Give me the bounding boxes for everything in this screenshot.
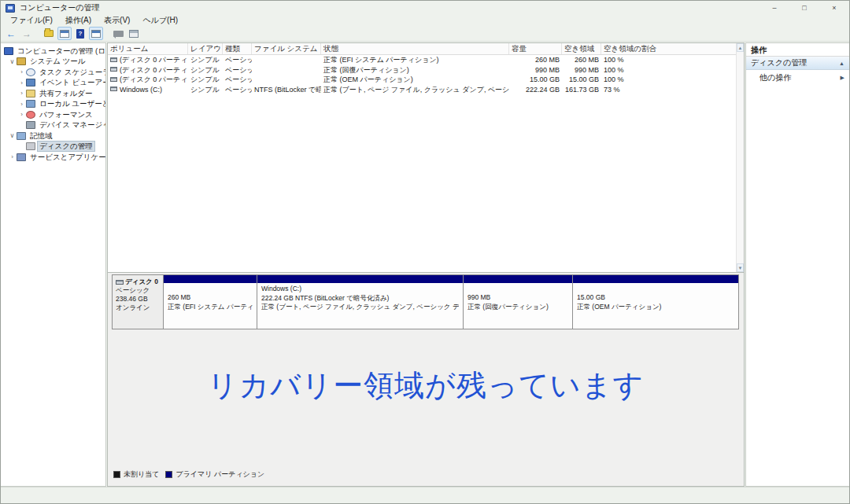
unallocated-swatch <box>113 471 120 478</box>
volume-icon <box>110 86 117 91</box>
partition-legend: 未割り当て プライマリ パーティション <box>113 469 271 480</box>
back-arrow-icon: ← <box>6 29 16 39</box>
scroll-down-icon[interactable]: ▼ <box>737 263 744 272</box>
disk0-strip: ディスク 0 ベーシック 238.46 GB オンライン 260 MB 正常 (… <box>112 274 739 329</box>
col-filesystem[interactable]: ファイル システム <box>252 43 321 54</box>
device-manager-icon <box>26 121 35 129</box>
performance-icon <box>26 111 35 119</box>
toolbar: ← → ? <box>1 26 849 42</box>
volume-icon <box>110 57 117 62</box>
tree-item-event-viewer[interactable]: › イベント ビューアー <box>1 78 105 89</box>
app-icon <box>6 4 15 13</box>
console-tree-icon <box>60 30 69 38</box>
legend-unallocated-label: 未割り当て <box>124 469 159 480</box>
col-type[interactable]: 種類 <box>223 43 252 54</box>
new-window-button[interactable] <box>127 27 141 40</box>
computer-management-window: コンピューターの管理 – □ × ファイル(F) 操作(A) 表示(V) ヘルプ… <box>0 0 850 504</box>
col-layout[interactable]: レイアウト <box>188 43 223 54</box>
tree-item-system-tools[interactable]: ∨ システム ツール <box>1 57 105 68</box>
volume-row-partition1[interactable]: (ディスク 0 パーティション 1) シンプル ベーシック 正常 (EFI シス… <box>108 55 744 65</box>
chevron-right-icon[interactable]: › <box>18 79 25 86</box>
disk-management-icon <box>26 142 35 150</box>
chevron-down-icon[interactable]: ∨ <box>9 58 16 65</box>
console-tree-pane: コンピューターの管理 (ローカル) ∨ システム ツール › タスク スケジュー… <box>1 42 106 487</box>
col-free[interactable]: 空き領域 <box>562 43 601 54</box>
action-pane-icon <box>91 30 101 38</box>
task-scheduler-icon <box>26 68 35 76</box>
partition-oem[interactable]: 15.00 GB 正常 (OEM パーティション) <box>573 274 739 329</box>
chevron-down-icon[interactable]: ∨ <box>9 132 16 139</box>
tree-item-performance[interactable]: › パフォーマンス <box>1 109 105 120</box>
menu-file[interactable]: ファイル(F) <box>4 15 59 26</box>
event-viewer-icon <box>26 79 35 86</box>
properties-button[interactable] <box>111 27 125 40</box>
menubar: ファイル(F) 操作(A) 表示(V) ヘルプ(H) <box>1 15 849 26</box>
tree-item-computer-management[interactable]: コンピューターの管理 (ローカル) <box>1 46 105 57</box>
disk-management-view: ボリューム レイアウト 種類 ファイル システム 状態 容量 空き領域 空き領域… <box>107 42 745 487</box>
chevron-right-icon[interactable]: › <box>9 153 16 160</box>
actions-pane: 操作 ディスクの管理 ▲ 他の操作 ▶ <box>745 42 849 487</box>
actions-more-actions[interactable]: 他の操作 ▶ <box>746 70 849 85</box>
new-window-icon <box>129 30 139 38</box>
actions-group-disk-management[interactable]: ディスクの管理 ▲ <box>746 57 849 70</box>
close-button[interactable]: × <box>819 1 849 15</box>
primary-partition-swatch <box>165 471 172 478</box>
partition-efi[interactable]: 260 MB 正常 (EFI システム パーティション) <box>164 274 257 329</box>
menu-help[interactable]: ヘルプ(H) <box>136 15 184 26</box>
disk-size: 238.46 GB <box>116 295 160 304</box>
col-status[interactable]: 状態 <box>321 43 509 54</box>
submenu-arrow-icon[interactable]: ▶ <box>841 75 844 81</box>
tree-item-local-users-groups[interactable]: › ローカル ユーザーとグループ <box>1 99 105 110</box>
help-button[interactable]: ? <box>73 27 87 40</box>
up-one-level-button[interactable] <box>42 27 56 40</box>
system-tools-icon <box>17 57 26 65</box>
scroll-up-icon[interactable]: ▲ <box>737 43 744 52</box>
tree-item-shared-folders[interactable]: › 共有フォルダー <box>1 88 105 99</box>
volume-list: ボリューム レイアウト 種類 ファイル システム 状態 容量 空き領域 空き領域… <box>108 43 744 273</box>
disk-status: オンライン <box>116 304 160 312</box>
menu-action[interactable]: 操作(A) <box>59 15 98 26</box>
back-button[interactable]: ← <box>4 27 18 40</box>
titlebar: コンピューターの管理 – □ × <box>1 1 849 15</box>
primary-partition-band <box>257 275 463 283</box>
disk0-label[interactable]: ディスク 0 ベーシック 238.46 GB オンライン <box>112 274 164 329</box>
tree-item-services-applications[interactable]: › サービスとアプリケーション <box>1 152 105 163</box>
disk-graphical-view: ディスク 0 ベーシック 238.46 GB オンライン 260 MB 正常 (… <box>108 273 744 486</box>
volume-list-scrollbar[interactable]: ▲ ▼ <box>736 43 744 272</box>
volume-row-partition5[interactable]: (ディスク 0 パーティション 5) シンプル ベーシック 正常 (OEM パー… <box>108 75 744 85</box>
primary-partition-band <box>573 275 738 283</box>
chevron-right-icon[interactable]: › <box>18 68 25 75</box>
show-console-tree-button[interactable] <box>57 27 72 40</box>
chevron-right-icon[interactable]: › <box>18 90 25 97</box>
forward-arrow-icon: → <box>22 29 31 39</box>
tree-item-device-manager[interactable]: デバイス マネージャー <box>1 120 105 131</box>
primary-partition-band <box>464 275 572 283</box>
forward-button[interactable]: → <box>20 27 34 40</box>
tree-item-disk-management[interactable]: ディスクの管理 <box>1 142 105 153</box>
volume-list-header: ボリューム レイアウト 種類 ファイル システム 状態 容量 空き領域 空き領域… <box>108 43 744 55</box>
collapse-icon[interactable]: ▲ <box>839 61 844 66</box>
col-volume[interactable]: ボリューム <box>108 43 188 54</box>
volume-row-windows-c[interactable]: Windows (C:) シンプル ベーシック NTFS (BitLocker … <box>108 85 744 95</box>
menu-view[interactable]: 表示(V) <box>98 15 136 26</box>
col-pct-free[interactable]: 空き領域の割合 <box>601 43 744 54</box>
partition-windows-c[interactable]: Windows (C:) 222.24 GB NTFS (BitLocker で… <box>257 274 464 329</box>
volume-row-partition4[interactable]: (ディスク 0 パーティション 4) シンプル ベーシック 正常 (回復パーティ… <box>108 65 744 75</box>
minimize-button[interactable]: – <box>759 1 789 15</box>
recovery-annotation-text: リカバリー領域が残っています <box>108 366 744 406</box>
show-action-pane-button[interactable] <box>89 27 103 40</box>
legend-primary-label: プライマリ パーティション <box>176 469 264 480</box>
col-capacity[interactable]: 容量 <box>509 43 562 54</box>
chevron-right-icon[interactable]: › <box>18 101 25 108</box>
services-icon <box>17 153 26 161</box>
tree-item-storage[interactable]: ∨ 記憶域 <box>1 131 105 142</box>
actions-pane-title: 操作 <box>746 43 849 57</box>
volume-icon <box>110 77 117 82</box>
maximize-button[interactable]: □ <box>789 1 819 15</box>
local-users-icon <box>26 100 35 108</box>
chevron-right-icon[interactable]: › <box>18 111 25 118</box>
tree-item-task-scheduler[interactable]: › タスク スケジューラ <box>1 67 105 78</box>
disk-icon <box>116 280 124 285</box>
properties-icon <box>113 31 124 37</box>
partition-recovery[interactable]: 990 MB 正常 (回復パーティション) <box>464 274 573 329</box>
